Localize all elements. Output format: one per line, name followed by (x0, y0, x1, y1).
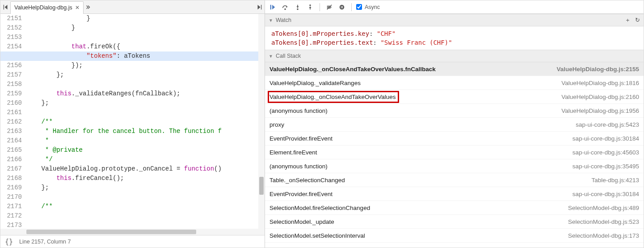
code-line[interactable]: * @private (26, 145, 265, 155)
callstack-row[interactable]: (anonymous function)sap-ui-core-dbg.js:3… (265, 159, 644, 173)
callstack-pane: ValueHelpDialog._onCloseAndTakeOverValue… (265, 62, 644, 248)
callstack-row[interactable]: EventProvider.fireEventsap-ui-core-dbg.j… (265, 187, 644, 201)
code-line[interactable]: /** (26, 202, 265, 211)
deactivate-breakpoints-icon[interactable] (324, 2, 334, 12)
line-number: 2171 (0, 202, 22, 211)
callstack-fn: ValueHelpDialog._onCloseAndTakeOverValue… (269, 94, 396, 100)
callstack-loc: ValueHelpDialog-dbg.js:1816 (561, 80, 639, 86)
editor-tabbar: ValueHelpDialog-dbg.js ✕ (0, 0, 265, 14)
callstack-row[interactable]: (anonymous function)ValueHelpDialog-dbg.… (265, 104, 644, 118)
close-icon[interactable]: ✕ (75, 4, 80, 11)
svg-rect-1 (261, 4, 261, 9)
callstack-row[interactable]: ValueHelpDialog._onCloseAndTakeOverValue… (265, 90, 644, 104)
scrollbar-horizontal[interactable] (0, 229, 265, 235)
code-line[interactable]: that.fireOk({ (26, 42, 265, 51)
code-editor[interactable]: 2151215221532154215521562157215821592160… (0, 14, 265, 229)
callstack-loc: sap-ui-core-dbg.js:45603 (572, 149, 639, 156)
tab-overflow-icon[interactable] (84, 4, 92, 11)
callstack-row[interactable]: SelectionModel.setSelectionIntervalSelec… (265, 229, 644, 243)
code-line[interactable]: }; (26, 98, 265, 108)
code-line[interactable] (26, 221, 265, 229)
step-out-icon[interactable] (305, 2, 315, 12)
line-number: 2156 (0, 61, 22, 70)
svg-rect-0 (4, 4, 4, 9)
code-line[interactable]: } (26, 14, 265, 23)
code-line[interactable]: this.fireCancel(); (26, 174, 265, 183)
code-line[interactable]: }); (26, 61, 265, 70)
debugger-toolbar: Async (265, 0, 644, 14)
callstack-row[interactable]: Table._onSelectionChangedTable-dbg.js:42… (265, 173, 644, 187)
callstack-loc: ValueHelpDialog-dbg.js:2160 (561, 94, 639, 100)
scrollbar-thumb-v[interactable] (259, 177, 264, 195)
code-line[interactable]: }; (26, 183, 265, 192)
callstack-row[interactable]: ValueHelpDialog._validateRangesValueHelp… (265, 76, 644, 90)
line-number: 2158 (0, 80, 22, 89)
callstack-row[interactable]: SelectionModel.fireSelectionChangedSelec… (265, 201, 644, 215)
callstack-loc: sap-ui-core-dbg.js:30184 (572, 135, 639, 142)
callstack-fn: ValueHelpDialog._validateRanges (269, 80, 361, 86)
scrollbar-vertical[interactable] (258, 14, 265, 229)
svg-point-5 (309, 4, 311, 6)
callstack-row[interactable]: EventProvider.fireEventsap-ui-core-dbg.j… (265, 132, 644, 145)
line-number: 2160 (0, 98, 22, 108)
line-number: 2157 (0, 70, 22, 80)
svg-rect-9 (342, 6, 343, 8)
code-line[interactable]: this._validateRanges(fnCallback); (26, 89, 265, 98)
step-into-icon[interactable] (293, 2, 303, 12)
add-watch-icon[interactable]: ＋ (625, 17, 631, 24)
code-line[interactable] (26, 108, 265, 117)
resume-icon[interactable] (268, 2, 278, 12)
callstack-row[interactable]: SelectionModel._updateSelectionModel-dbg… (265, 215, 644, 229)
callstack-fn: (anonymous function) (269, 163, 328, 170)
code-line[interactable] (26, 211, 265, 221)
callstack-loc: ValueHelpDialog-dbg.js:1956 (561, 107, 639, 114)
pause-exceptions-icon[interactable] (337, 2, 347, 12)
svg-rect-8 (341, 6, 341, 8)
watch-expression[interactable]: aTokens[0].mProperties.key: "CHF" (271, 29, 637, 38)
callstack-row[interactable]: ValueHelpDialog._onCloseAndTakeOverValue… (265, 62, 644, 76)
code-line[interactable]: "tokens": aTokens (0, 51, 265, 61)
code-area[interactable]: } } that.fireOk({ "tokens": aTokens }); … (26, 14, 265, 229)
scrollbar-thumb-h[interactable] (26, 230, 196, 234)
pretty-print-icon[interactable]: {} (5, 238, 13, 246)
callstack-fn: Table._onSelectionChanged (269, 177, 345, 184)
callstack-fn: EventProvider.fireEvent (269, 135, 333, 142)
code-line[interactable] (26, 80, 265, 89)
watch-header[interactable]: ▼ Watch ＋ ↻ (265, 14, 644, 26)
code-line[interactable]: * (26, 136, 265, 145)
line-number: 2162 (0, 117, 22, 127)
callstack-loc: SelectionModel-dbg.js:173 (568, 232, 639, 239)
code-line[interactable]: } (26, 23, 265, 33)
tab-next-icon[interactable] (256, 4, 263, 11)
line-number: 2168 (0, 174, 22, 183)
watch-pane: aTokens[0].mProperties.key: "CHF"aTokens… (265, 26, 644, 50)
async-checkbox[interactable]: Async (356, 4, 380, 10)
callstack-row[interactable]: Element.fireEventsap-ui-core-dbg.js:4560… (265, 145, 644, 159)
watch-title: Watch (276, 17, 291, 23)
callstack-loc: Table-dbg.js:4213 (591, 177, 639, 184)
watch-expression[interactable]: aTokens[0].mProperties.text: "Swiss Fran… (271, 38, 637, 47)
callstack-fn: SelectionModel.setSelectionInterval (269, 232, 365, 239)
code-line[interactable]: ValueHelpDialog.prototype._onCancel = fu… (26, 164, 265, 174)
tab-prev-icon[interactable] (2, 4, 9, 11)
callstack-row[interactable]: proxysap-ui-core-dbg.js:5423 (265, 118, 644, 132)
step-over-icon[interactable] (280, 2, 290, 12)
file-tab[interactable]: ValueHelpDialog-dbg.js ✕ (10, 1, 84, 14)
code-line[interactable]: */ (26, 155, 265, 164)
line-number: 2166 (0, 155, 22, 164)
async-checkbox-input[interactable] (356, 4, 362, 10)
code-line[interactable] (26, 192, 265, 202)
line-number: 2153 (0, 33, 22, 42)
refresh-icon[interactable]: ↻ (635, 17, 640, 24)
line-number: 2151 (0, 14, 22, 23)
callstack-loc: sap-ui-core-dbg.js:30184 (572, 191, 639, 197)
callstack-loc: sap-ui-core-dbg.js:35495 (572, 163, 639, 170)
status-bar: {} Line 2157, Column 7 (0, 235, 265, 248)
code-line[interactable]: * Handler for the cancel button. The fun… (26, 127, 265, 136)
callstack-header[interactable]: ▼ Call Stack (265, 50, 644, 62)
code-line[interactable]: /** (26, 117, 265, 127)
code-line[interactable] (26, 33, 265, 42)
callstack-fn: ValueHelpDialog._onCloseAndTakeOverValue… (269, 66, 436, 73)
code-line[interactable]: }; (26, 70, 265, 80)
callstack-fn: EventProvider.fireEvent (269, 191, 333, 197)
